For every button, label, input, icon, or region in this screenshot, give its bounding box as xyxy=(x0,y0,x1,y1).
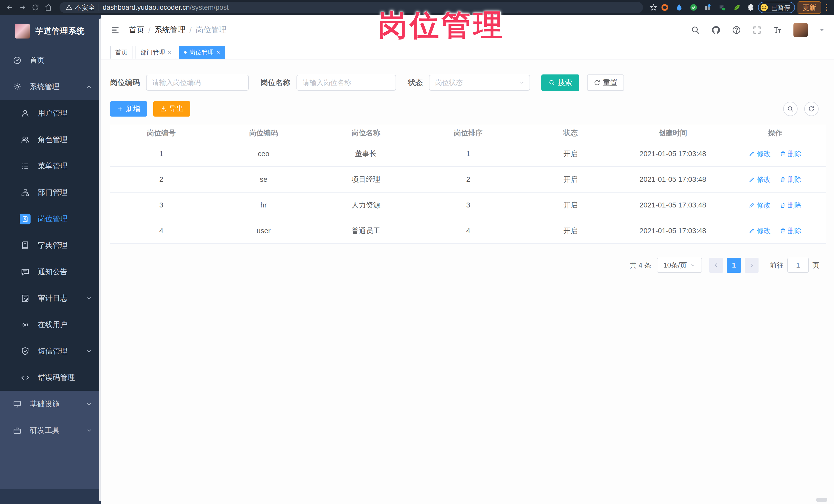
star-icon[interactable] xyxy=(649,3,658,12)
browser-bar: 不安全 dashboard.yudao.iocoder.cn/system/po… xyxy=(0,0,834,15)
chevron-down-icon xyxy=(86,427,92,434)
edit-link[interactable]: 修改 xyxy=(749,200,771,210)
topbar: 首页 / 系统管理 / 岗位管理 xyxy=(101,15,834,45)
sidebar-item-audit-log[interactable]: 审计日志 xyxy=(0,285,101,311)
col-create-time: 创建时间 xyxy=(622,125,724,141)
sidebar-item-menu-mgmt[interactable]: 菜单管理 xyxy=(0,153,101,179)
prev-page-button[interactable] xyxy=(709,258,723,273)
delete-link[interactable]: 删除 xyxy=(780,149,802,158)
hamburger-icon[interactable] xyxy=(110,25,120,35)
extension-ring-icon[interactable] xyxy=(660,3,669,12)
user-avatar[interactable] xyxy=(793,23,808,37)
puzzle-icon[interactable] xyxy=(747,3,755,12)
forward-icon[interactable] xyxy=(18,2,28,13)
pagination: 共 4 条 10条/页 1 前往 xyxy=(101,258,819,273)
search-icon[interactable] xyxy=(691,25,700,35)
reset-button[interactable]: 重置 xyxy=(587,74,624,91)
delete-link[interactable]: 删除 xyxy=(780,226,802,236)
user-icon xyxy=(20,108,30,118)
not-secure-label[interactable]: 不安全 xyxy=(66,3,95,12)
close-icon[interactable]: × xyxy=(168,49,171,56)
page-size-select[interactable]: 10条/页 xyxy=(657,258,702,273)
address-bar[interactable]: 不安全 dashboard.yudao.iocoder.cn/system/po… xyxy=(60,2,643,13)
avatar-caret-icon[interactable] xyxy=(819,27,825,33)
sidebar-item-infrastructure[interactable]: 基础设施 xyxy=(0,391,101,417)
logo-row[interactable]: 芋道管理系统 xyxy=(0,15,101,47)
dept-icon xyxy=(20,187,30,198)
audit-icon xyxy=(20,293,30,304)
delete-link[interactable]: 删除 xyxy=(780,175,802,184)
page-number-1[interactable]: 1 xyxy=(727,258,741,273)
tab-post-mgmt[interactable]: 岗位管理 × xyxy=(179,46,225,59)
font-size-icon[interactable] xyxy=(773,25,782,35)
status-select[interactable]: 岗位状态 xyxy=(429,75,530,91)
table-toolbar: 新增 导出 xyxy=(110,101,818,116)
sidebar-item-devtools[interactable]: 研发工具 xyxy=(0,417,101,444)
url-text: dashboard.yudao.iocoder.cn/system/post xyxy=(103,4,229,12)
app-title: 芋道管理系统 xyxy=(36,26,85,37)
warning-icon xyxy=(66,4,72,11)
page-unit-label: 页 xyxy=(812,261,819,270)
edit-link[interactable]: 修改 xyxy=(749,175,771,184)
update-button[interactable]: 更新 xyxy=(797,1,821,14)
search-button[interactable]: 搜索 xyxy=(541,74,579,91)
delete-link[interactable]: 删除 xyxy=(780,200,802,210)
refresh-button[interactable] xyxy=(804,102,818,116)
edit-icon xyxy=(749,176,755,182)
add-button[interactable]: 新增 xyxy=(110,101,147,116)
extension-grid-icon[interactable] xyxy=(704,3,712,12)
export-button[interactable]: 导出 xyxy=(153,101,190,116)
home-icon[interactable] xyxy=(43,2,53,13)
delete-icon xyxy=(780,202,786,208)
sidebar-item-dict-mgmt[interactable]: 字典管理 xyxy=(0,232,101,259)
tags-view-bar: 首页 部门管理 × 岗位管理 × xyxy=(101,45,834,60)
sidebar-item-user-mgmt[interactable]: 用户管理 xyxy=(0,100,101,126)
help-icon[interactable] xyxy=(732,25,741,35)
post-code-input[interactable] xyxy=(146,75,249,91)
col-post-name: 岗位名称 xyxy=(315,125,417,141)
back-icon[interactable] xyxy=(5,2,15,13)
edit-icon xyxy=(749,202,755,208)
tab-home[interactable]: 首页 xyxy=(110,46,132,59)
breadcrumb-home[interactable]: 首页 xyxy=(129,25,144,35)
edit-link[interactable]: 修改 xyxy=(749,226,771,236)
page-content: 岗位编码 岗位名称 状态 岗位状态 搜索 xyxy=(101,60,834,504)
sidebar-item-error-code-mgmt[interactable]: 错误码管理 xyxy=(0,364,101,391)
next-page-button[interactable] xyxy=(745,258,759,273)
extension-list-icon[interactable] xyxy=(718,3,727,12)
goto-page-input[interactable] xyxy=(787,258,809,273)
tab-dept-mgmt[interactable]: 部门管理 × xyxy=(135,46,176,59)
menu-icon xyxy=(20,161,30,172)
col-status: 状态 xyxy=(519,125,622,141)
paused-extension-pill[interactable]: 已暂停 xyxy=(758,2,795,13)
fullscreen-icon[interactable] xyxy=(752,25,762,35)
breadcrumb-system[interactable]: 系统管理 xyxy=(155,25,185,35)
sidebar-item-announcement[interactable]: 通知公告 xyxy=(0,259,101,285)
dashboard-icon xyxy=(12,55,23,66)
github-icon[interactable] xyxy=(711,25,721,35)
scrollbar-thumb[interactable] xyxy=(816,498,827,502)
sidebar-item-sms-mgmt[interactable]: 短信管理 xyxy=(0,338,101,364)
sidebar-scrollbar[interactable] xyxy=(99,19,101,501)
sidebar-item-role-mgmt[interactable]: 角色管理 xyxy=(0,126,101,153)
close-icon[interactable]: × xyxy=(216,49,220,56)
extension-leaf-icon[interactable] xyxy=(732,3,741,12)
edit-link[interactable]: 修改 xyxy=(749,149,771,158)
extension-drop-icon[interactable] xyxy=(675,3,684,12)
main-area: 首页 / 系统管理 / 岗位管理 xyxy=(101,15,834,504)
sidebar-item-home[interactable]: 首页 xyxy=(0,47,101,73)
sidebar-item-dept-mgmt[interactable]: 部门管理 xyxy=(0,179,101,206)
sidebar-item-online-users[interactable]: 在线用户 xyxy=(0,311,101,338)
extension-check-icon[interactable] xyxy=(689,3,698,12)
download-icon xyxy=(160,106,167,112)
post-name-input[interactable] xyxy=(297,75,396,91)
post-table: 岗位编号 岗位编码 岗位名称 岗位排序 状态 创建时间 操作 1 ceo xyxy=(110,125,826,244)
sidebar-item-post-mgmt[interactable]: 岗位管理 xyxy=(0,206,101,232)
reload-icon[interactable] xyxy=(30,2,41,13)
toggle-search-button[interactable] xyxy=(783,102,797,116)
sidebar-item-system-mgmt[interactable]: 系统管理 xyxy=(0,73,101,100)
edit-icon xyxy=(749,228,755,234)
browser-menu-icon[interactable] xyxy=(824,4,829,11)
code-icon xyxy=(20,372,30,383)
app-shell: 芋道管理系统 首页 系统管理 xyxy=(0,15,834,504)
